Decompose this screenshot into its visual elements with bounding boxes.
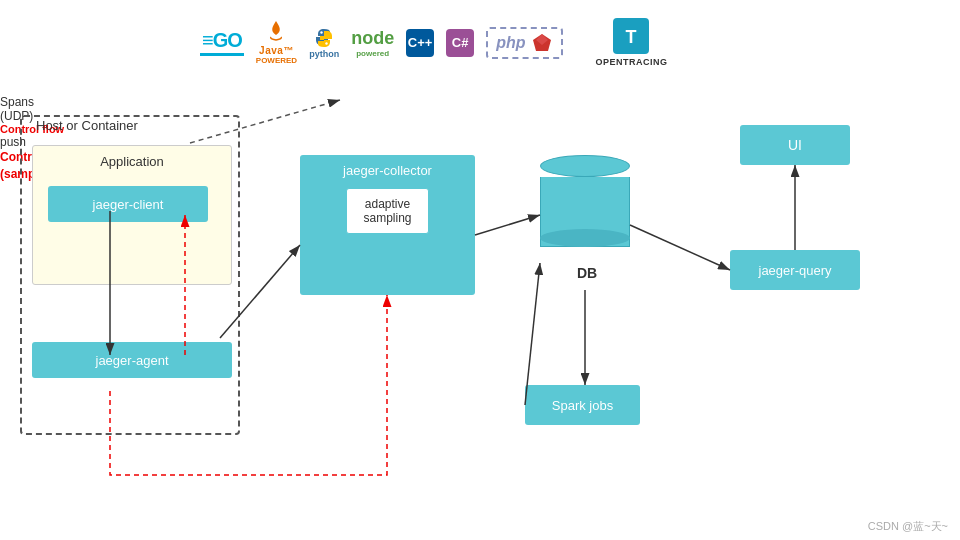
opentracing-text: OPENTRACING	[595, 57, 667, 67]
node-logo: node powered	[351, 28, 394, 58]
node-powered: powered	[356, 49, 389, 58]
db-label: DB	[557, 265, 617, 281]
application-box: Application jaeger-client	[32, 145, 232, 285]
csharp-badge: C#	[446, 29, 474, 57]
ruby-icon	[531, 32, 553, 54]
svg-text:T: T	[626, 27, 637, 47]
arrow-db-to-query	[630, 225, 730, 270]
cpp-logo: C++	[406, 29, 434, 57]
arrow-collector-to-db	[475, 215, 540, 235]
spark-jobs-box: Spark jobs	[525, 385, 640, 425]
jaeger-client-label: jaeger-client	[93, 197, 164, 212]
jaeger-client-box: jaeger-client	[48, 186, 208, 222]
java-text: Java™	[259, 45, 294, 56]
php-ruby-logos: php	[486, 27, 563, 59]
go-logo-text: ≡GO	[200, 29, 244, 56]
svg-point-0	[320, 31, 322, 33]
csharp-logo: C#	[446, 29, 474, 57]
db-cylinder-bottom	[540, 229, 630, 247]
jaeger-agent-box: jaeger-agent	[32, 342, 232, 378]
host-container-label: Host or Container	[32, 116, 142, 135]
spark-jobs-label: Spark jobs	[552, 398, 613, 413]
java-powered: POWERED	[256, 56, 297, 65]
db-cylinder-top	[540, 155, 630, 177]
node-text: node	[351, 28, 394, 49]
jaeger-query-box: jaeger-query	[730, 250, 860, 290]
jaeger-agent-label: jaeger-agent	[96, 353, 169, 368]
host-container-box: Host or Container Application jaeger-cli…	[20, 115, 240, 435]
opentracing-logo: T OPENTRACING	[595, 18, 667, 67]
jaeger-collector-box: jaeger-collector adaptivesampling	[300, 155, 475, 295]
opentracing-icon: T	[613, 18, 649, 54]
ui-box: UI	[740, 125, 850, 165]
java-logo: Java™ POWERED	[256, 21, 297, 65]
application-label: Application	[33, 154, 231, 169]
footer-text: CSDN @蓝~天~	[868, 520, 948, 532]
python-icon	[313, 27, 335, 49]
go-logo: ≡GO	[200, 29, 244, 56]
jaeger-query-label: jaeger-query	[759, 263, 832, 278]
cpp-badge: C++	[406, 29, 434, 57]
ui-label: UI	[788, 137, 802, 153]
php-text: php	[496, 34, 525, 52]
db-shape	[540, 155, 630, 265]
jaeger-collector-label: jaeger-collector	[343, 155, 432, 184]
python-logo: python	[309, 27, 339, 59]
svg-point-1	[325, 42, 327, 44]
footer: CSDN @蓝~天~	[868, 519, 948, 534]
arrow-spark-to-db	[525, 263, 540, 405]
adaptive-sampling-box: adaptivesampling	[346, 188, 428, 234]
diagram: Host or Container Application jaeger-cli…	[0, 95, 960, 520]
java-icon	[267, 21, 285, 45]
python-text: python	[309, 49, 339, 59]
logos-bar: ≡GO Java™ POWERED python node powered C+…	[200, 18, 900, 67]
